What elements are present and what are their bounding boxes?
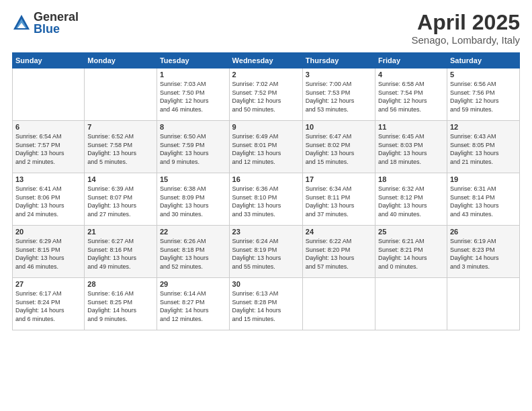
day-info: Sunrise: 6:24 AM Sunset: 8:19 PM Dayligh…: [232, 237, 300, 271]
day-number: 19: [450, 175, 517, 183]
day-number: 29: [160, 280, 226, 288]
calendar-cell: 30Sunrise: 6:13 AM Sunset: 8:28 PM Dayli…: [229, 278, 302, 330]
day-info: Sunrise: 6:16 AM Sunset: 8:25 PM Dayligh…: [87, 289, 154, 323]
calendar-cell: [302, 278, 375, 330]
day-info: Sunrise: 6:22 AM Sunset: 8:20 PM Dayligh…: [306, 237, 372, 271]
calendar-cell: 28Sunrise: 6:16 AM Sunset: 8:25 PM Dayli…: [85, 278, 157, 330]
day-info: Sunrise: 6:52 AM Sunset: 7:58 PM Dayligh…: [87, 132, 154, 166]
calendar-cell: 25Sunrise: 6:21 AM Sunset: 8:21 PM Dayli…: [375, 226, 447, 278]
month-title: April 2025: [412, 11, 520, 34]
page: General Blue April 2025 Senago, Lombardy…: [0, 0, 532, 411]
day-info: Sunrise: 6:27 AM Sunset: 8:16 PM Dayligh…: [87, 237, 154, 271]
day-info: Sunrise: 6:58 AM Sunset: 7:54 PM Dayligh…: [378, 80, 444, 113]
calendar-cell: 29Sunrise: 6:14 AM Sunset: 8:27 PM Dayli…: [157, 278, 229, 330]
title-block: April 2025 Senago, Lombardy, Italy: [412, 11, 520, 46]
calendar-cell: [85, 68, 157, 121]
calendar-cell: 24Sunrise: 6:22 AM Sunset: 8:20 PM Dayli…: [302, 226, 375, 278]
day-info: Sunrise: 6:41 AM Sunset: 8:06 PM Dayligh…: [15, 185, 81, 218]
day-info: Sunrise: 6:47 AM Sunset: 8:02 PM Dayligh…: [306, 132, 372, 166]
day-number: 22: [160, 228, 226, 236]
calendar-cell: 22Sunrise: 6:26 AM Sunset: 8:18 PM Dayli…: [157, 226, 229, 278]
day-info: Sunrise: 6:26 AM Sunset: 8:18 PM Dayligh…: [160, 237, 226, 271]
day-number: 12: [450, 123, 517, 131]
day-number: 24: [306, 228, 372, 236]
calendar-week-row: 1Sunrise: 7:03 AM Sunset: 7:50 PM Daylig…: [13, 68, 520, 121]
calendar-cell: 3Sunrise: 7:00 AM Sunset: 7:53 PM Daylig…: [302, 68, 375, 121]
calendar-cell: 23Sunrise: 6:24 AM Sunset: 8:19 PM Dayli…: [229, 226, 302, 278]
calendar-cell: 7Sunrise: 6:52 AM Sunset: 7:58 PM Daylig…: [85, 121, 157, 173]
header: General Blue April 2025 Senago, Lombardy…: [12, 11, 520, 46]
day-number: 16: [232, 175, 300, 183]
calendar-header-tuesday: Tuesday: [157, 53, 229, 68]
day-info: Sunrise: 6:36 AM Sunset: 8:10 PM Dayligh…: [232, 185, 300, 218]
calendar-header-monday: Monday: [85, 53, 157, 68]
calendar-cell: 13Sunrise: 6:41 AM Sunset: 8:06 PM Dayli…: [13, 173, 85, 226]
day-number: 2: [232, 71, 300, 79]
day-number: 14: [87, 175, 154, 183]
day-number: 18: [378, 175, 444, 183]
calendar-cell: 16Sunrise: 6:36 AM Sunset: 8:10 PM Dayli…: [229, 173, 302, 226]
calendar-cell: 14Sunrise: 6:39 AM Sunset: 8:07 PM Dayli…: [85, 173, 157, 226]
day-info: Sunrise: 6:38 AM Sunset: 8:09 PM Dayligh…: [160, 185, 226, 218]
calendar-cell: 1Sunrise: 7:03 AM Sunset: 7:50 PM Daylig…: [157, 68, 229, 121]
day-number: 17: [306, 175, 372, 183]
calendar-week-row: 20Sunrise: 6:29 AM Sunset: 8:15 PM Dayli…: [13, 226, 520, 278]
day-number: 25: [378, 228, 444, 236]
day-info: Sunrise: 7:03 AM Sunset: 7:50 PM Dayligh…: [160, 80, 226, 113]
day-number: 26: [450, 228, 517, 236]
day-info: Sunrise: 6:29 AM Sunset: 8:15 PM Dayligh…: [15, 237, 81, 271]
day-info: Sunrise: 6:45 AM Sunset: 8:03 PM Dayligh…: [378, 132, 444, 166]
logo-general: General: [34, 11, 79, 23]
calendar-week-row: 6Sunrise: 6:54 AM Sunset: 7:57 PM Daylig…: [13, 121, 520, 173]
day-info: Sunrise: 6:19 AM Sunset: 8:23 PM Dayligh…: [450, 237, 517, 271]
calendar-cell: 8Sunrise: 6:50 AM Sunset: 7:59 PM Daylig…: [157, 121, 229, 173]
calendar-cell: 26Sunrise: 6:19 AM Sunset: 8:23 PM Dayli…: [447, 226, 519, 278]
logo-blue: Blue: [34, 23, 79, 35]
day-info: Sunrise: 6:13 AM Sunset: 8:28 PM Dayligh…: [232, 289, 300, 323]
calendar-header-saturday: Saturday: [447, 53, 519, 68]
day-info: Sunrise: 6:39 AM Sunset: 8:07 PM Dayligh…: [87, 185, 154, 218]
day-info: Sunrise: 6:14 AM Sunset: 8:27 PM Dayligh…: [160, 289, 226, 323]
calendar-cell: 11Sunrise: 6:45 AM Sunset: 8:03 PM Dayli…: [375, 121, 447, 173]
day-number: 11: [378, 123, 444, 131]
day-number: 20: [15, 228, 81, 236]
day-number: 4: [378, 71, 444, 79]
logo-text: General Blue: [34, 11, 79, 35]
calendar-cell: [375, 278, 447, 330]
day-number: 3: [306, 71, 372, 79]
calendar-cell: 5Sunrise: 6:56 AM Sunset: 7:56 PM Daylig…: [447, 68, 519, 121]
day-number: 7: [87, 123, 154, 131]
day-info: Sunrise: 6:50 AM Sunset: 7:59 PM Dayligh…: [160, 132, 226, 166]
day-info: Sunrise: 6:49 AM Sunset: 8:01 PM Dayligh…: [232, 132, 300, 166]
day-number: 30: [232, 280, 300, 288]
day-number: 10: [306, 123, 372, 131]
day-info: Sunrise: 6:54 AM Sunset: 7:57 PM Dayligh…: [15, 132, 81, 166]
day-info: Sunrise: 6:43 AM Sunset: 8:05 PM Dayligh…: [450, 132, 517, 166]
location: Senago, Lombardy, Italy: [412, 34, 520, 46]
calendar-header-row: SundayMondayTuesdayWednesdayThursdayFrid…: [13, 53, 520, 68]
calendar-header-wednesday: Wednesday: [229, 53, 302, 68]
day-info: Sunrise: 6:21 AM Sunset: 8:21 PM Dayligh…: [378, 237, 444, 271]
calendar-cell: [447, 278, 519, 330]
day-number: 1: [160, 71, 226, 79]
calendar-cell: 18Sunrise: 6:32 AM Sunset: 8:12 PM Dayli…: [375, 173, 447, 226]
day-info: Sunrise: 6:56 AM Sunset: 7:56 PM Dayligh…: [450, 80, 517, 113]
calendar-header-friday: Friday: [375, 53, 447, 68]
calendar-week-row: 13Sunrise: 6:41 AM Sunset: 8:06 PM Dayli…: [13, 173, 520, 226]
calendar-cell: 17Sunrise: 6:34 AM Sunset: 8:11 PM Dayli…: [302, 173, 375, 226]
day-info: Sunrise: 7:00 AM Sunset: 7:53 PM Dayligh…: [306, 80, 372, 113]
calendar-cell: [13, 68, 85, 121]
day-info: Sunrise: 6:17 AM Sunset: 8:24 PM Dayligh…: [15, 289, 81, 323]
calendar: SundayMondayTuesdayWednesdayThursdayFrid…: [12, 52, 520, 330]
calendar-header-sunday: Sunday: [13, 53, 85, 68]
day-number: 8: [160, 123, 226, 131]
day-info: Sunrise: 6:31 AM Sunset: 8:14 PM Dayligh…: [450, 185, 517, 218]
calendar-cell: 27Sunrise: 6:17 AM Sunset: 8:24 PM Dayli…: [13, 278, 85, 330]
day-info: Sunrise: 6:34 AM Sunset: 8:11 PM Dayligh…: [306, 185, 372, 218]
day-number: 28: [87, 280, 154, 288]
day-info: Sunrise: 6:32 AM Sunset: 8:12 PM Dayligh…: [378, 185, 444, 218]
day-number: 27: [15, 280, 81, 288]
day-number: 23: [232, 228, 300, 236]
calendar-cell: 15Sunrise: 6:38 AM Sunset: 8:09 PM Dayli…: [157, 173, 229, 226]
day-number: 21: [87, 228, 154, 236]
